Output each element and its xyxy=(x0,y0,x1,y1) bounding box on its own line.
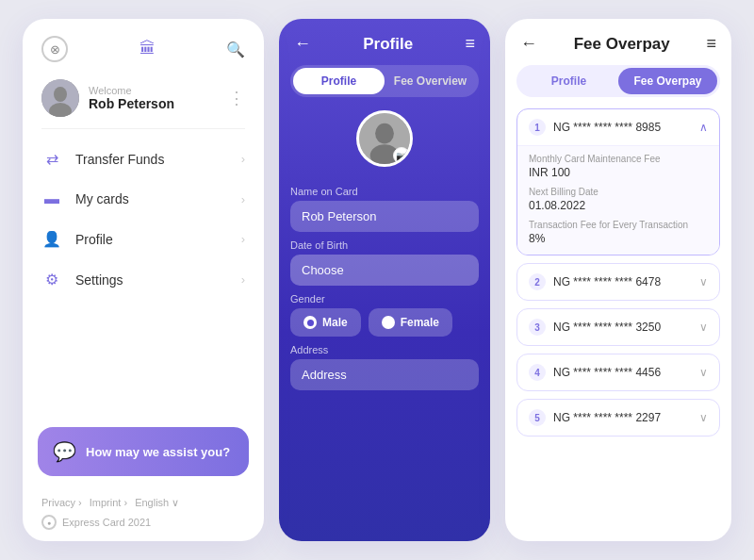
card-num-2: 2 xyxy=(529,273,546,290)
detail-value-billing: 01.08.2022 xyxy=(529,199,708,212)
user-info: Welcome Rob Peterson xyxy=(89,85,228,111)
footer-brand: ● Express Card 2021 xyxy=(41,515,245,530)
privacy-link[interactable]: Privacy › xyxy=(41,497,82,509)
right-tabs: Profile Fee Overpay xyxy=(516,65,720,97)
mid-header: ← Profile ≡ xyxy=(279,19,490,65)
tab-fee-overpay[interactable]: Fee Overpay xyxy=(618,68,717,94)
detail-label-transaction: Transaction Fee for Every Transaction xyxy=(529,220,708,230)
chevron-right-icon: › xyxy=(241,232,245,246)
svg-point-1 xyxy=(54,87,67,102)
transfer-icon: ⇄ xyxy=(41,150,62,168)
gender-female-button[interactable]: Female xyxy=(369,308,452,337)
brand-logo: ● xyxy=(41,515,57,530)
card-header-4[interactable]: 4 NG **** **** **** 4456 ∨ xyxy=(517,354,719,390)
card-item-5: 5 NG **** **** **** 2297 ∨ xyxy=(516,399,720,436)
address-label: Address xyxy=(290,344,479,355)
card-number-1: NG **** **** **** 8985 xyxy=(553,121,699,134)
detail-value-transaction: 8% xyxy=(529,232,708,245)
mid-panel: ← Profile ≡ Profile Fee Overview 📷 xyxy=(279,19,490,541)
address-input[interactable] xyxy=(290,359,479,390)
card-list: 1 NG **** **** **** 8985 ∧ Monthly Card … xyxy=(505,108,731,541)
card-header-1[interactable]: 1 NG **** **** **** 8985 ∧ xyxy=(517,109,719,145)
mid-tabs: Profile Fee Overview xyxy=(290,65,479,97)
chevron-up-icon: ∧ xyxy=(699,121,708,134)
cards-icon: ▬ xyxy=(41,190,62,207)
dob-label: Date of Birth xyxy=(290,239,479,251)
nav-item-settings[interactable]: ⚙ Settings › xyxy=(23,259,264,300)
right-panel: ← Fee Overpay ≡ Profile Fee Overpay 1 NG… xyxy=(505,19,731,541)
name-input[interactable] xyxy=(290,201,479,232)
nav-item-cards[interactable]: ▬ My cards › xyxy=(23,179,264,219)
chat-icon: 💬 xyxy=(53,440,76,463)
right-title: Fee Overpay xyxy=(574,35,670,54)
tab-profile[interactable]: Profile xyxy=(293,68,385,94)
brand-name: Express Card 2021 xyxy=(62,517,151,528)
nav-label-cards: My cards xyxy=(75,191,241,206)
user-name: Rob Peterson xyxy=(89,96,228,111)
back-button[interactable]: ← xyxy=(294,34,311,54)
profile-icon: 👤 xyxy=(41,230,62,248)
back-button[interactable]: ← xyxy=(520,34,537,54)
detail-label-billing: Next Billing Date xyxy=(529,187,708,197)
gender-label: Gender xyxy=(290,293,479,305)
mid-title: Profile xyxy=(363,35,413,54)
mid-form: Name on Card Date of Birth Gender Male F… xyxy=(279,178,490,541)
menu-icon[interactable]: ≡ xyxy=(706,34,716,54)
chevron-down-icon: ∨ xyxy=(699,275,708,288)
name-label: Name on Card xyxy=(290,186,479,197)
chevron-down-icon: ∨ xyxy=(699,321,708,334)
left-footer: Privacy › Imprint › English ∨ ● Express … xyxy=(23,487,264,541)
card-number-5: NG **** **** **** 2297 xyxy=(553,411,699,424)
profile-avatar: 📷 xyxy=(356,110,413,167)
nav-label-transfer: Transfer Funds xyxy=(75,152,241,167)
gender-row: Male Female xyxy=(290,308,479,337)
detail-value-maintenance: INR 100 xyxy=(529,166,708,179)
language-select[interactable]: English ∨ xyxy=(135,497,179,509)
welcome-label: Welcome xyxy=(89,85,228,96)
close-icon[interactable]: ⊗ xyxy=(41,36,68,62)
chevron-right-icon: › xyxy=(241,152,245,166)
camera-icon[interactable]: 📷 xyxy=(393,147,410,164)
card-number-4: NG **** **** **** 4456 xyxy=(553,366,699,379)
card-header-2[interactable]: 2 NG **** **** **** 6478 ∨ xyxy=(517,264,719,300)
menu-icon[interactable]: ≡ xyxy=(465,34,475,54)
radio-male xyxy=(303,316,317,329)
nav-menu: ⇄ Transfer Funds › ▬ My cards › 👤 Profil… xyxy=(23,129,264,420)
dob-input[interactable] xyxy=(290,255,479,286)
radio-female xyxy=(382,316,395,329)
card-header-3[interactable]: 3 NG **** **** **** 3250 ∨ xyxy=(517,309,719,345)
gender-male-button[interactable]: Male xyxy=(290,308,361,337)
card-item-4: 4 NG **** **** **** 4456 ∨ xyxy=(516,354,720,391)
footer-links: Privacy › Imprint › English ∨ xyxy=(41,497,245,509)
settings-icon: ⚙ xyxy=(41,271,62,288)
tab-profile[interactable]: Profile xyxy=(519,68,618,94)
more-options-icon[interactable]: ⋮ xyxy=(228,88,245,108)
card-item-3: 3 NG **** **** **** 3250 ∨ xyxy=(516,308,720,346)
nav-item-transfer[interactable]: ⇄ Transfer Funds › xyxy=(23,139,264,179)
left-panel: ⊗ 🏛 🔍 Welcome Rob Peterson ⋮ xyxy=(23,19,264,541)
chevron-down-icon: ∨ xyxy=(699,411,708,424)
nav-item-profile[interactable]: 👤 Profile › xyxy=(23,219,264,259)
avatar xyxy=(41,79,79,117)
card-number-3: NG **** **** **** 3250 xyxy=(553,321,699,334)
assist-text: How may we assist you? xyxy=(86,445,230,459)
chevron-right-icon: › xyxy=(241,192,245,206)
chevron-right-icon: › xyxy=(241,272,245,287)
card-num-4: 4 xyxy=(529,364,546,381)
card-item-1: 1 NG **** **** **** 8985 ∧ Monthly Card … xyxy=(516,108,720,255)
card-header-5[interactable]: 5 NG **** **** **** 2297 ∨ xyxy=(517,400,719,436)
assist-button[interactable]: 💬 How may we assist you? xyxy=(38,427,249,476)
card-num-3: 3 xyxy=(529,319,546,336)
card-num-5: 5 xyxy=(529,409,546,426)
tab-fee-overview[interactable]: Fee Overview xyxy=(385,68,476,94)
search-icon[interactable]: 🔍 xyxy=(226,41,245,58)
card-item-2: 2 NG **** **** **** 6478 ∨ xyxy=(516,263,720,301)
card-details-1: Monthly Card Maintenance Fee INR 100 Nex… xyxy=(517,145,719,255)
detail-label-maintenance: Monthly Card Maintenance Fee xyxy=(529,154,708,164)
imprint-link[interactable]: Imprint › xyxy=(90,497,127,509)
card-number-2: NG **** **** **** 6478 xyxy=(553,275,699,288)
bank-icon[interactable]: 🏛 xyxy=(139,40,156,58)
user-row: Welcome Rob Peterson ⋮ xyxy=(23,72,264,128)
profile-avatar-wrap: 📷 xyxy=(279,110,490,167)
svg-point-4 xyxy=(375,124,394,144)
